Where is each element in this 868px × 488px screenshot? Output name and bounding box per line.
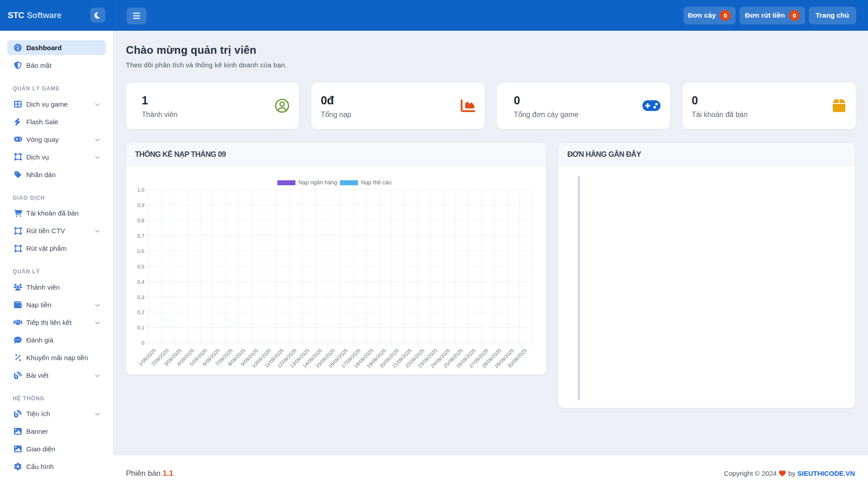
svg-text:0,5: 0,5 bbox=[137, 263, 144, 269]
svg-text:0,7: 0,7 bbox=[137, 233, 144, 239]
svg-text:0,9: 0,9 bbox=[137, 202, 144, 208]
svg-text:0: 0 bbox=[141, 340, 144, 346]
svg-text:0,1: 0,1 bbox=[137, 325, 144, 330]
svg-text:0,2: 0,2 bbox=[137, 310, 144, 315]
svg-text:Nạp thẻ cào: Nạp thẻ cào bbox=[361, 179, 391, 185]
svg-text:0,8: 0,8 bbox=[137, 218, 144, 223]
svg-text:0,4: 0,4 bbox=[137, 279, 145, 284]
svg-text:0,6: 0,6 bbox=[137, 249, 144, 254]
svg-text:Nạp ngân hàng: Nạp ngân hàng bbox=[298, 179, 337, 185]
svg-text:1,0: 1,0 bbox=[137, 187, 144, 192]
svg-text:0,3: 0,3 bbox=[137, 294, 144, 300]
